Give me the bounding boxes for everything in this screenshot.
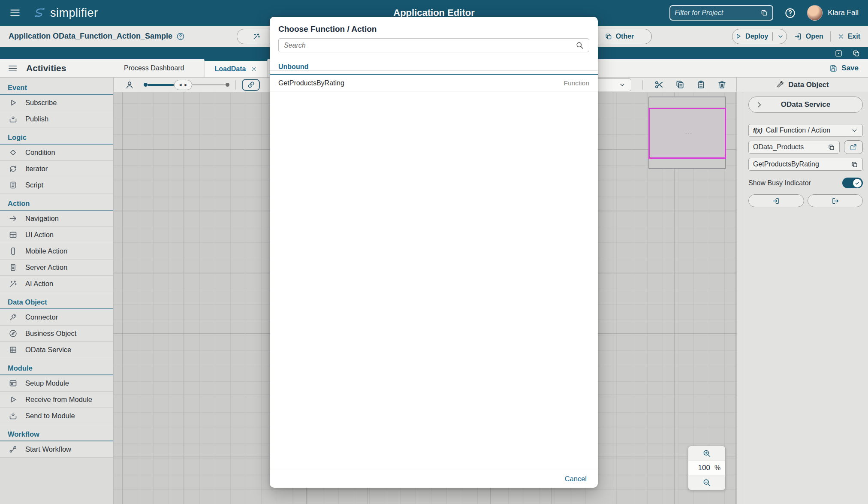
sidebar-item-send-to-module[interactable]: Send to Module [0,408,113,424]
input-mapping-button[interactable] [748,194,804,207]
tab-process-dashboard[interactable]: Process Dashboard [114,59,195,77]
chevron-down-icon[interactable] [777,33,784,40]
busy-indicator-toggle[interactable] [842,178,863,188]
function-list-item[interactable]: GetProductsByRating Function [270,75,598,91]
activity-node[interactable]: ··· [648,97,726,169]
window-copy-icon[interactable] [760,9,768,17]
item-label: OData Service [25,346,71,354]
section-module: Module [0,358,113,375]
function-type-dropdown[interactable]: f(x) Call Function / Action [748,124,863,137]
busy-indicator-label: Show Busy Indicator [748,179,811,187]
sidebar-item-navigation[interactable]: Navigation [0,211,113,227]
connector-icon [9,313,18,322]
sidebar-item-ui-action[interactable]: UI Action [0,227,113,243]
sidebar-item-setup-module[interactable]: Setup Module [0,375,113,392]
play-icon [9,395,18,404]
zoom-out-button[interactable] [688,475,725,490]
item-label: Script [25,181,43,189]
sidebar-item-server-action[interactable]: Server Action [0,260,113,276]
zoom-in-button[interactable] [688,446,725,461]
instance-value: OData_Products [753,143,828,151]
save-button[interactable]: Save [829,64,859,72]
zoom-value-input[interactable] [693,464,710,472]
section-action: Action [0,193,113,211]
copy-icon[interactable] [675,80,685,90]
sidebar-item-mobile-action[interactable]: Mobile Action [0,243,113,260]
tab-label: LoadData [215,65,246,73]
sign-in-icon [772,197,780,205]
dialog-search-input[interactable] [284,42,576,49]
section-logic: Logic [0,127,113,145]
help-icon[interactable] [784,7,796,19]
project-filter-input[interactable] [675,9,760,17]
zoom-value-field[interactable]: % [688,461,725,475]
deploy-button[interactable]: Deploy [732,29,787,44]
sidebar-item-subscribe[interactable]: Subscribe [0,95,113,111]
item-label: Start Workflow [25,445,71,453]
hamburger-menu-icon[interactable] [9,7,21,18]
function-value: GetProductsByRating [753,160,851,168]
open-button[interactable]: Open [794,32,823,41]
function-type-label: Call Function / Action [766,127,851,134]
item-label: Send to Module [25,412,75,420]
user-menu[interactable]: Klara Fall [807,5,859,21]
open-external-button[interactable] [844,140,863,154]
function-field[interactable]: GetProductsByRating [748,158,863,171]
item-label: Connector [25,313,58,321]
sidebar-filler [0,458,113,504]
close-tab-icon[interactable] [251,66,257,72]
search-icon[interactable] [576,41,584,49]
slider-handle[interactable]: ◄ ► [174,80,192,90]
application-name: Application OData_Function_Action_Sample [9,32,185,41]
wrench-icon [776,81,784,89]
zoom-slider[interactable]: ◄ ► [144,80,229,90]
sidebar-item-publish[interactable]: Publish [0,111,113,127]
copy-icon[interactable] [851,161,858,168]
sidebar-item-iterator[interactable]: Iterator [0,161,113,177]
layout-icon [9,230,18,239]
sidebar-item-start-workflow[interactable]: Start Workflow [0,441,113,458]
output-mapping-button[interactable] [808,194,863,207]
sidebar-item-odata-service[interactable]: OData Service [0,342,113,358]
toggle-knob [853,179,862,187]
section-workflow: Workflow [0,424,113,441]
sidebar-item-receive-from-module[interactable]: Receive from Module [0,392,113,408]
delete-icon[interactable] [717,80,727,90]
paste-icon[interactable] [696,80,706,90]
item-label: Receive from Module [25,395,92,404]
tab-loaddata[interactable]: LoadData [204,59,268,77]
module-icon [9,379,18,388]
cut-icon[interactable] [654,80,664,90]
copy-icon[interactable] [828,144,835,151]
exit-button[interactable]: Exit [838,33,860,40]
fx-icon: f(x) [753,127,763,134]
sidebar-item-connector[interactable]: Connector [0,309,113,326]
activities-title: Activities [26,63,66,73]
collapse-panel-icon[interactable] [835,49,843,57]
sidebar-item-business-object[interactable]: Business Object [0,326,113,342]
dialog-search[interactable] [278,38,589,52]
chevron-right-icon [756,101,763,109]
toolbar-divider [235,80,236,90]
other-label: Other [616,33,634,40]
open-icon [794,32,802,41]
slider-arrow-right: ► [184,82,188,87]
item-label: Subscribe [25,99,57,107]
instance-field[interactable]: OData_Products [748,141,840,154]
toolbar-divider [642,80,643,90]
app-help-icon[interactable] [176,32,185,41]
unbound-section-label: Unbound [278,63,308,71]
project-filter[interactable] [669,5,773,21]
link-mode-button[interactable] [242,79,260,91]
odata-service-header[interactable]: OData Service [748,97,863,113]
sidebar-item-script[interactable]: Script [0,177,113,193]
sidebar-item-ai-action[interactable]: AI Action [0,276,113,292]
avatar[interactable] [807,5,823,21]
cancel-button[interactable]: Cancel [565,475,587,483]
person-icon[interactable] [125,80,134,90]
window-restore-icon[interactable] [852,49,860,57]
tab-label: Process Dashboard [124,64,184,72]
zoom-out-icon [702,478,711,487]
sidebar-item-condition[interactable]: Condition [0,145,113,161]
sidebar-menu-icon[interactable] [8,63,18,73]
